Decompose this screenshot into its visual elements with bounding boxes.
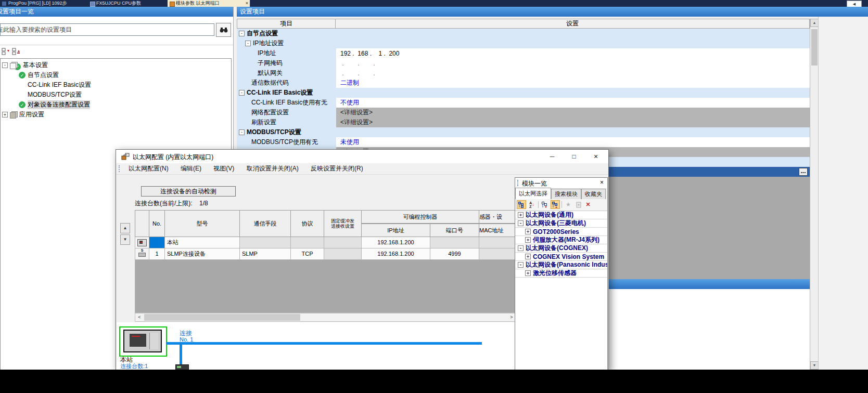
settings-row-value[interactable]: 192 . 168 . 1 . 200 bbox=[336, 48, 814, 59]
network-diagram: 本站 连接台数:1 连接 No. 1 bbox=[117, 322, 515, 370]
tree-item-application-settings[interactable]: + 应用设置 bbox=[2, 110, 44, 120]
panel-drag-handle[interactable] bbox=[517, 180, 519, 186]
move-row-up-button[interactable]: ▲ bbox=[120, 223, 130, 233]
settings-row-label[interactable]: -自节点设置 bbox=[237, 29, 338, 39]
row-slmp-comm-cell[interactable]: SLMP bbox=[240, 248, 291, 260]
module-tree-item-mitsubishi[interactable]: -以太网设备(三菱电机) bbox=[515, 219, 607, 228]
module-tree-item-servo[interactable]: +伺服放大器(MR-J4系列) bbox=[515, 236, 607, 244]
settings-row-label[interactable]: 网络配置设置 bbox=[237, 108, 351, 118]
module-tree-item-panasonic[interactable]: -以太网设备(Panasonic Industri bbox=[515, 261, 607, 269]
settings-row-value[interactable]: <详细设置> bbox=[336, 117, 814, 128]
menu-view[interactable]: 视图(V) bbox=[208, 163, 239, 174]
row-slmp-no-cell[interactable]: 1 bbox=[149, 248, 165, 260]
module-tree-item-cognex[interactable]: -以太网设备(COGNEX) bbox=[515, 244, 607, 253]
slmp-device-image[interactable] bbox=[175, 364, 189, 370]
dialog-title-bar[interactable]: 以太网配置 (内置以太网端口) ─ □ × bbox=[116, 150, 608, 164]
tab-ethernet-select[interactable]: 以太网选择 bbox=[515, 188, 551, 199]
close-button[interactable]: × bbox=[587, 151, 605, 162]
search-button[interactable] bbox=[216, 23, 231, 37]
minimize-button[interactable]: ─ bbox=[543, 151, 561, 162]
tab-cpu-param[interactable]: FX5UJCPU CPU参数 bbox=[88, 0, 176, 7]
scroll-up-button[interactable]: ▲ bbox=[810, 19, 819, 27]
expand-icon[interactable]: + bbox=[525, 254, 531, 259]
tree-expand-all-icon[interactable] bbox=[12, 48, 20, 55]
menu-apply-close[interactable]: 反映设置并关闭(R) bbox=[305, 163, 368, 174]
tree-collapse-icon[interactable] bbox=[540, 200, 550, 209]
row-slmp-icon-cell[interactable]: S bbox=[135, 248, 149, 260]
row-slmp-model-cell[interactable]: SLMP连接设备 bbox=[165, 248, 240, 260]
row-host-no-cell[interactable] bbox=[149, 237, 165, 248]
module-tree-item-cognex-vision[interactable]: +COGNEX Vision System bbox=[515, 253, 607, 261]
expand-icon[interactable]: + bbox=[525, 229, 531, 234]
menu-drag-handle[interactable] bbox=[119, 165, 121, 172]
host-plc-image[interactable] bbox=[123, 330, 162, 352]
module-panel-close-icon[interactable]: × bbox=[600, 179, 604, 186]
sort-az-icon[interactable]: AZ↓ bbox=[527, 200, 537, 209]
menu-edit[interactable]: 编辑(E) bbox=[175, 163, 207, 174]
column-header-setting: 设置 bbox=[336, 19, 810, 29]
tree-collapse-all-icon[interactable] bbox=[2, 48, 10, 55]
tab-progpou[interactable]: ProgPou [PRG] [LD] 1092步 bbox=[0, 0, 96, 7]
expand-icon[interactable]: + bbox=[2, 112, 8, 117]
row-slmp-ip-cell[interactable]: 192.168.1.200 bbox=[362, 248, 430, 260]
settings-row-label[interactable]: 刷新设置 bbox=[237, 117, 351, 128]
settings-row-label[interactable]: -CC-Link IEF Basic设置 bbox=[237, 88, 338, 98]
collapse-icon[interactable]: - bbox=[518, 262, 524, 268]
tree-item-cclink[interactable]: CC-Link IEF Basic设置 bbox=[28, 80, 91, 90]
auto-detect-button[interactable]: 连接设备的自动检测 bbox=[141, 186, 236, 197]
tree-item-own-node[interactable]: ✓ 自节点设置 bbox=[19, 70, 59, 80]
maximize-button[interactable]: □ bbox=[565, 151, 583, 162]
settings-row-value[interactable]: 二进制 bbox=[336, 78, 814, 88]
search-input[interactable]: 在此输入要搜索的设置项目 bbox=[0, 23, 214, 36]
menu-cancel-close[interactable]: 取消设置并关闭(A) bbox=[241, 163, 304, 174]
expand-icon[interactable]: + bbox=[518, 212, 524, 218]
settings-row-label[interactable]: 通信数据代码 bbox=[237, 78, 351, 88]
detail-settings-button[interactable]: ... bbox=[799, 168, 808, 176]
settings-vscrollbar[interactable]: ▲ ▼ bbox=[810, 19, 819, 370]
tab-close-icon[interactable]: × bbox=[246, 0, 248, 7]
module-panel-toolbar: AZ↓ ★ ✕ bbox=[515, 199, 607, 211]
expand-icon[interactable]: + bbox=[525, 270, 531, 276]
settings-row-label[interactable]: -IP地址设置 bbox=[237, 38, 344, 49]
module-tree-item-generic[interactable]: +以太网设备(通用) bbox=[515, 211, 607, 219]
host-station-selection[interactable] bbox=[119, 326, 167, 357]
module-tree-item-laser-sensor[interactable]: +激光位移传感器 bbox=[515, 269, 607, 278]
table-hscrollbar[interactable]: < > bbox=[135, 313, 516, 322]
scroll-down-button[interactable]: ▼ bbox=[810, 361, 819, 370]
collapse-icon[interactable]: - bbox=[518, 220, 524, 226]
settings-row-label[interactable]: MODBUS/TCP使用有无 bbox=[237, 137, 351, 148]
settings-row-label[interactable]: -MODBUS/TCP设置 bbox=[237, 127, 338, 138]
tree-expand-icon[interactable] bbox=[551, 200, 560, 209]
collapse-icon[interactable]: - bbox=[518, 245, 524, 251]
settings-row-value[interactable]: . . . bbox=[336, 58, 814, 69]
settings-row-value[interactable]: 不使用 bbox=[336, 98, 814, 108]
settings-row-label[interactable]: CC-Link IEF Basic使用有无 bbox=[237, 98, 351, 108]
tab-progpou-label: ProgPou [PRG] [LD] 1092步 bbox=[8, 1, 67, 6]
row-host-icon-cell[interactable] bbox=[135, 237, 149, 248]
settings-row-value[interactable]: 未使用 bbox=[336, 137, 814, 148]
move-row-down-button[interactable]: ▼ bbox=[120, 234, 130, 245]
scroll-thumb[interactable] bbox=[811, 29, 818, 66]
tab-search-module[interactable]: 搜索模块 bbox=[551, 189, 581, 199]
row-host-model-cell[interactable]: 本站 bbox=[165, 237, 240, 248]
collapse-icon: - bbox=[245, 41, 251, 46]
row-slmp-port-cell[interactable]: 4999 bbox=[430, 248, 479, 260]
tree-item-target-device-config[interactable]: ✓ 对象设备连接配置设置 bbox=[19, 100, 90, 110]
collapse-icon[interactable]: - bbox=[2, 62, 8, 68]
hscroll-thumb[interactable] bbox=[144, 314, 300, 321]
tree-item-modbus[interactable]: MODBUS/TCP设置 bbox=[28, 90, 82, 100]
tab-cpu-param-label: FX5UJCPU CPU参数 bbox=[96, 1, 141, 6]
settings-row-value[interactable]: . . . bbox=[336, 68, 814, 78]
connection-count: 连接台数(当前/上限): 1/8 bbox=[135, 199, 208, 208]
tab-favorites[interactable]: 收藏夹 bbox=[581, 189, 606, 199]
settings-row-value[interactable]: <详细设置> bbox=[336, 108, 814, 118]
module-tree-item-got2000[interactable]: +GOT2000Series bbox=[515, 228, 607, 236]
display-order-icon[interactable] bbox=[517, 200, 526, 209]
scroll-left-button[interactable]: < bbox=[135, 313, 144, 321]
row-host-ip-cell[interactable]: 192.168.1.200 bbox=[362, 237, 430, 248]
menu-ethernet-config[interactable]: 以太网配置(N) bbox=[123, 163, 174, 174]
expand-icon[interactable]: + bbox=[525, 237, 531, 243]
tab-module-param[interactable]: 模块参数 以太网端口 × bbox=[168, 0, 250, 7]
tree-item-basic-settings[interactable]: - ✓ 基本设置 bbox=[2, 60, 48, 70]
row-slmp-protocol-cell[interactable]: TCP bbox=[291, 248, 324, 260]
